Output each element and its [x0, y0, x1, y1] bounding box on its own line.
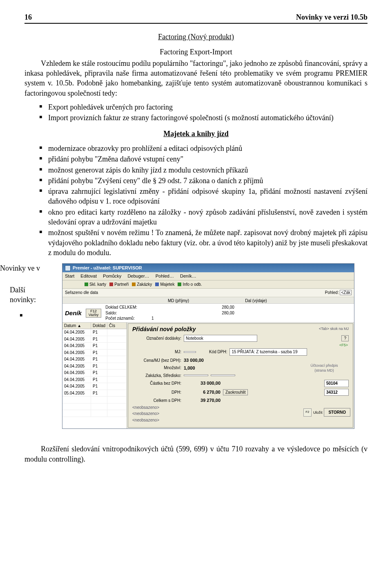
col-dal-label: Dal (výdaje)	[223, 298, 289, 304]
saldo-value: 280,00	[202, 310, 234, 316]
table-row[interactable]: 05.04.2005P1	[62, 390, 127, 397]
f5-hint: <F5>	[128, 343, 353, 348]
fragment-word: novinky:	[10, 295, 63, 305]
sort-label[interactable]: Seřazeno dle data	[65, 290, 98, 296]
denik-row: Deník F12 Vazby Doklad CELKEM: 280,00 Sa…	[62, 303, 354, 323]
window-title: Premier - uživatel: SUPERVISOR	[73, 265, 142, 271]
kod-dph-select[interactable]: 15 PŘIJATÁ: Z tuzemska - sazba 19	[229, 348, 307, 356]
celkem-value: 39 270,00	[184, 397, 220, 404]
castka-bez-value: 33 000,00	[184, 380, 220, 386]
table-row[interactable]: 04.04.2005P1	[62, 370, 127, 377]
menu-item-denik[interactable]: Deník…	[180, 274, 196, 278]
list-item: Export pohledávek určených pro factoring	[39, 102, 368, 112]
grid-header: Datum ▲ Doklad Čís	[62, 323, 127, 330]
data-grid[interactable]: Datum ▲ Doklad Čís 04.04.2005P104.04.200…	[62, 323, 127, 429]
left-text-fragment: Novinky ve v Další novinky: ■	[10, 263, 63, 318]
cena-mj-value: 33 000,00	[184, 357, 204, 363]
celkem-label: Celkem s DPH:	[132, 398, 181, 404]
tab-partneri[interactable]: Partneři	[109, 282, 129, 287]
menu-item-pohled[interactable]: Pohled…	[156, 274, 174, 278]
menu-item-debuger[interactable]: Debuger…	[127, 274, 149, 278]
tab-majetek[interactable]: Majetek	[155, 282, 174, 287]
castka-bez-label: Částka bez DPH:	[132, 381, 181, 386]
factoring-paragraph: Vzhledem ke stále rostoucímu podílu popu…	[24, 58, 368, 98]
list-item: přidání pohybu "Zvýšení ceny" dle § 29 o…	[39, 176, 368, 186]
list-item: modernizace obrazovky pro prohlížení a e…	[39, 144, 368, 153]
list-item: okno pro editaci karty rozděleno na zálo…	[39, 207, 368, 227]
table-row[interactable]: 04.04.2005P1	[62, 350, 127, 357]
table-row[interactable]: 04.04.2005P1	[62, 377, 127, 383]
zaokrouhlit-button[interactable]: Zaokrouhlit	[223, 389, 248, 396]
app-window: Premier - uživatel: SUPERVISOR Start Edi…	[62, 263, 354, 429]
section-majetek-title: Majetek a knihy jízd	[24, 129, 368, 139]
pohled-label: Pohled:	[325, 290, 339, 295]
storno-button[interactable]: STORNO	[324, 408, 350, 417]
doc-celkem-value: 280,00	[202, 305, 234, 310]
tab-zakazky[interactable]: Zakázky	[132, 282, 152, 287]
page-number: 16	[24, 12, 32, 22]
col-cis[interactable]: Čís	[107, 323, 127, 329]
pocet-label: Počet záznamů:	[105, 316, 150, 321]
f12-button[interactable]: F12 Vazby	[86, 309, 101, 318]
app-icon	[65, 265, 71, 271]
ulozit-label: Uložit	[313, 410, 323, 415]
mnozstvi-label: Množství:	[132, 365, 181, 371]
predpis-acc2-input[interactable]: 34312	[324, 389, 349, 396]
dph-label: DPH:	[132, 390, 181, 395]
menubar: Start Editovat Pomůcky Debuger… Pohled… …	[62, 272, 354, 280]
list-item: možnost generovat zápis do knihy jízd z …	[39, 165, 368, 175]
list-item: možnost spuštění v novém režimu ! To zna…	[39, 228, 368, 258]
tabbar: Skl. karty Partneři Zakázky Majetek Info…	[62, 280, 354, 289]
help-button[interactable]: ?	[341, 335, 349, 342]
oznaceni-label: Označení dodávky:	[132, 336, 181, 341]
neobsazeno-slot: <neobsazeno>	[128, 417, 353, 424]
majetek-bullets: modernizace obrazovky pro prohlížení a e…	[39, 144, 368, 258]
table-row[interactable]: 04.04.2005P1	[62, 383, 127, 390]
table-row[interactable]: 04.04.2005P1	[62, 356, 127, 363]
denik-label: Deník	[65, 309, 82, 317]
table-row	[62, 410, 127, 417]
pohled-select[interactable]: <Zák	[340, 290, 352, 295]
predpis-acc1-input[interactable]: 50104	[324, 380, 349, 387]
bullet-icon: ■	[20, 312, 63, 318]
table-row[interactable]: 04.04.2005P1	[62, 336, 127, 343]
col-md-label: MD (příjmy)	[146, 298, 211, 304]
form-panel: Přidávání nové položky <Tab> skok na MJ …	[128, 323, 353, 428]
mnozstvi-value: 1,000	[184, 365, 195, 371]
tab-hint: <Tab> skok na MJ	[319, 326, 349, 331]
factoring-bullets: Export pohledávek určených pro factoring…	[39, 102, 368, 123]
table-row[interactable]: 04.04.2005P1	[62, 343, 127, 350]
fragment-heading: Novinky ve v	[0, 263, 63, 273]
oznaceni-input[interactable]: Notebook	[184, 335, 257, 342]
predpis-sub: (strana MD)	[300, 368, 349, 373]
saldo-label: Saldo:	[105, 310, 150, 316]
dph-value: 6 270,00	[184, 389, 220, 395]
stredisko-input[interactable]	[211, 374, 235, 376]
table-row	[62, 397, 127, 404]
predpis-title: Účtovací předpis	[300, 363, 349, 368]
table-row[interactable]: 04.04.2005P1	[62, 363, 127, 370]
col-datum[interactable]: Datum ▲	[62, 323, 91, 329]
page-header: 16 Novinky ve verzi 10.5b	[24, 12, 368, 24]
kod-dph-label: Kód DPH:	[209, 349, 227, 355]
table-row[interactable]: 04.04.2005P1	[62, 329, 127, 336]
zakazka-input[interactable]	[184, 374, 208, 376]
menu-item-start[interactable]: Start	[65, 274, 74, 278]
footer-paragraph: Rozšíření sledování vnitropodnikových úč…	[24, 444, 368, 464]
menu-item-pomucky[interactable]: Pomůcky	[103, 274, 121, 278]
tab-skl-karty[interactable]: Skl. karty	[85, 282, 106, 287]
list-item: úprava zahrnující legislativní změny - p…	[39, 186, 368, 206]
table-row	[62, 404, 127, 410]
save-icon[interactable]: F2	[303, 408, 312, 417]
section-factoring-subtitle: Factoring Export-Import	[24, 47, 368, 57]
window-titlebar: Premier - uživatel: SUPERVISOR	[62, 264, 354, 272]
mj-label: MJ:	[132, 349, 181, 355]
tab-info-odb[interactable]: Info o odb.	[178, 282, 202, 287]
mj-input[interactable]	[184, 351, 196, 353]
doc-celkem-label: Doklad CELKEM:	[105, 305, 150, 310]
col-doklad[interactable]: Doklad	[91, 323, 107, 329]
doc-header-row: MD (příjmy) Dal (výdaje)	[62, 297, 354, 304]
list-item: Import provizních faktur ze strany facto…	[39, 113, 368, 123]
cena-mj-label: Cena/MJ (bez DPH):	[132, 358, 181, 363]
menu-item-editovat[interactable]: Editovat	[80, 274, 97, 278]
